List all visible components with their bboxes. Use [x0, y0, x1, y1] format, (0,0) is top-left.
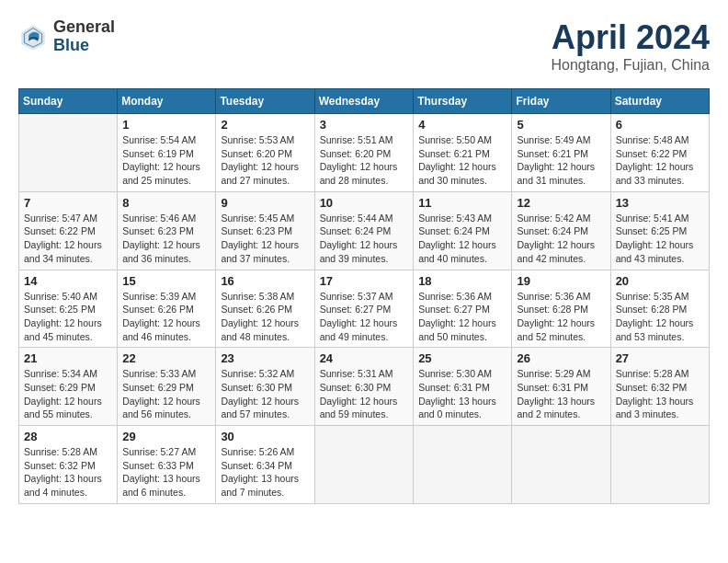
day-info: Sunrise: 5:33 AMSunset: 6:29 PMDaylight:…	[122, 367, 210, 421]
calendar-cell: 9Sunrise: 5:45 AMSunset: 6:23 PMDaylight…	[216, 191, 314, 270]
calendar-cell: 17Sunrise: 5:37 AMSunset: 6:27 PMDayligh…	[314, 270, 414, 348]
calendar-cell: 21Sunrise: 5:34 AMSunset: 6:29 PMDayligh…	[19, 348, 118, 426]
column-header-monday: Monday	[118, 89, 216, 114]
day-number: 17	[320, 274, 409, 288]
column-header-saturday: Saturday	[610, 89, 709, 114]
day-number: 23	[221, 351, 309, 365]
day-info: Sunrise: 5:28 AMSunset: 6:32 PMDaylight:…	[24, 445, 112, 500]
calendar-cell: 8Sunrise: 5:46 AMSunset: 6:23 PMDaylight…	[118, 191, 216, 270]
day-number: 30	[221, 430, 309, 443]
day-number: 5	[517, 118, 605, 132]
logo-icon	[18, 22, 48, 52]
day-info: Sunrise: 5:36 AMSunset: 6:27 PMDaylight:…	[418, 290, 506, 344]
calendar-cell: 19Sunrise: 5:36 AMSunset: 6:28 PMDayligh…	[512, 270, 610, 348]
logo-text: General Blue	[53, 18, 115, 55]
day-info: Sunrise: 5:26 AMSunset: 6:34 PMDaylight:…	[221, 445, 309, 500]
day-number: 14	[24, 274, 112, 288]
week-row-4: 21Sunrise: 5:34 AMSunset: 6:29 PMDayligh…	[19, 348, 710, 426]
calendar-body: 1Sunrise: 5:54 AMSunset: 6:19 PMDaylight…	[19, 114, 710, 504]
month-title: April 2024	[551, 18, 710, 57]
day-number: 12	[517, 196, 605, 210]
calendar-cell	[512, 426, 610, 504]
day-info: Sunrise: 5:45 AMSunset: 6:23 PMDaylight:…	[221, 212, 309, 266]
day-info: Sunrise: 5:31 AMSunset: 6:30 PMDaylight:…	[320, 367, 409, 421]
calendar-cell: 14Sunrise: 5:40 AMSunset: 6:25 PMDayligh…	[19, 270, 118, 348]
day-number: 8	[122, 196, 210, 210]
day-number: 16	[221, 274, 309, 288]
calendar-cell: 30Sunrise: 5:26 AMSunset: 6:34 PMDayligh…	[216, 426, 314, 504]
day-number: 3	[320, 118, 409, 132]
column-header-friday: Friday	[512, 89, 610, 114]
calendar-cell: 29Sunrise: 5:27 AMSunset: 6:33 PMDayligh…	[118, 426, 216, 504]
calendar-cell: 10Sunrise: 5:44 AMSunset: 6:24 PMDayligh…	[314, 191, 414, 270]
day-number: 15	[122, 274, 210, 288]
calendar-cell: 13Sunrise: 5:41 AMSunset: 6:25 PMDayligh…	[610, 191, 709, 270]
page-header: General Blue April 2024 Hongtang, Fujian…	[18, 18, 710, 74]
calendar-cell: 25Sunrise: 5:30 AMSunset: 6:31 PMDayligh…	[414, 348, 512, 426]
calendar-cell: 12Sunrise: 5:42 AMSunset: 6:24 PMDayligh…	[512, 191, 610, 270]
title-block: April 2024 Hongtang, Fujian, China	[551, 18, 710, 74]
day-number: 22	[122, 351, 210, 365]
calendar-cell: 3Sunrise: 5:51 AMSunset: 6:20 PMDaylight…	[314, 114, 414, 192]
day-info: Sunrise: 5:46 AMSunset: 6:23 PMDaylight:…	[122, 212, 210, 266]
calendar-table: SundayMondayTuesdayWednesdayThursdayFrid…	[18, 88, 710, 504]
day-number: 27	[616, 351, 704, 365]
week-row-5: 28Sunrise: 5:28 AMSunset: 6:32 PMDayligh…	[19, 426, 710, 504]
day-number: 28	[24, 430, 112, 443]
day-info: Sunrise: 5:54 AMSunset: 6:19 PMDaylight:…	[122, 133, 210, 188]
calendar-cell: 4Sunrise: 5:50 AMSunset: 6:21 PMDaylight…	[414, 114, 512, 192]
day-number: 9	[221, 196, 309, 210]
calendar-cell: 16Sunrise: 5:38 AMSunset: 6:26 PMDayligh…	[216, 270, 314, 348]
calendar-cell: 11Sunrise: 5:43 AMSunset: 6:24 PMDayligh…	[414, 191, 512, 270]
day-number: 4	[418, 118, 506, 132]
day-info: Sunrise: 5:41 AMSunset: 6:25 PMDaylight:…	[616, 212, 704, 266]
day-number: 7	[24, 196, 112, 210]
day-info: Sunrise: 5:49 AMSunset: 6:21 PMDaylight:…	[517, 133, 605, 188]
day-number: 13	[616, 196, 704, 210]
day-info: Sunrise: 5:42 AMSunset: 6:24 PMDaylight:…	[517, 212, 605, 266]
column-header-sunday: Sunday	[19, 89, 118, 114]
week-row-1: 1Sunrise: 5:54 AMSunset: 6:19 PMDaylight…	[19, 114, 710, 192]
day-info: Sunrise: 5:53 AMSunset: 6:20 PMDaylight:…	[221, 133, 309, 188]
calendar-cell: 7Sunrise: 5:47 AMSunset: 6:22 PMDaylight…	[19, 191, 118, 270]
day-info: Sunrise: 5:29 AMSunset: 6:31 PMDaylight:…	[517, 367, 605, 421]
calendar-cell: 26Sunrise: 5:29 AMSunset: 6:31 PMDayligh…	[512, 348, 610, 426]
day-number: 26	[517, 351, 605, 365]
calendar-cell	[610, 426, 709, 504]
day-info: Sunrise: 5:28 AMSunset: 6:32 PMDaylight:…	[616, 367, 704, 421]
day-number: 20	[616, 274, 704, 288]
calendar-cell: 18Sunrise: 5:36 AMSunset: 6:27 PMDayligh…	[414, 270, 512, 348]
day-info: Sunrise: 5:36 AMSunset: 6:28 PMDaylight:…	[517, 290, 605, 344]
day-info: Sunrise: 5:38 AMSunset: 6:26 PMDaylight:…	[221, 290, 309, 344]
day-info: Sunrise: 5:47 AMSunset: 6:22 PMDaylight:…	[24, 212, 112, 266]
day-info: Sunrise: 5:50 AMSunset: 6:21 PMDaylight:…	[418, 133, 506, 188]
day-number: 18	[418, 274, 506, 288]
day-number: 10	[320, 196, 409, 210]
day-number: 29	[122, 430, 210, 443]
header-row: SundayMondayTuesdayWednesdayThursdayFrid…	[19, 89, 710, 114]
calendar-cell	[19, 114, 118, 192]
day-number: 24	[320, 351, 409, 365]
week-row-3: 14Sunrise: 5:40 AMSunset: 6:25 PMDayligh…	[19, 270, 710, 348]
column-header-wednesday: Wednesday	[314, 89, 414, 114]
calendar-cell: 27Sunrise: 5:28 AMSunset: 6:32 PMDayligh…	[610, 348, 709, 426]
calendar-cell: 15Sunrise: 5:39 AMSunset: 6:26 PMDayligh…	[118, 270, 216, 348]
calendar-cell	[314, 426, 414, 504]
calendar-cell	[414, 426, 512, 504]
location-title: Hongtang, Fujian, China	[551, 57, 710, 74]
day-number: 11	[418, 196, 506, 210]
calendar-cell: 2Sunrise: 5:53 AMSunset: 6:20 PMDaylight…	[216, 114, 314, 192]
column-header-tuesday: Tuesday	[216, 89, 314, 114]
calendar-cell: 20Sunrise: 5:35 AMSunset: 6:28 PMDayligh…	[610, 270, 709, 348]
day-info: Sunrise: 5:51 AMSunset: 6:20 PMDaylight:…	[320, 133, 409, 188]
calendar-cell: 28Sunrise: 5:28 AMSunset: 6:32 PMDayligh…	[19, 426, 118, 504]
calendar-cell: 5Sunrise: 5:49 AMSunset: 6:21 PMDaylight…	[512, 114, 610, 192]
calendar-cell: 23Sunrise: 5:32 AMSunset: 6:30 PMDayligh…	[216, 348, 314, 426]
day-info: Sunrise: 5:30 AMSunset: 6:31 PMDaylight:…	[418, 367, 506, 421]
column-header-thursday: Thursday	[414, 89, 512, 114]
day-info: Sunrise: 5:32 AMSunset: 6:30 PMDaylight:…	[221, 367, 309, 421]
day-info: Sunrise: 5:35 AMSunset: 6:28 PMDaylight:…	[616, 290, 704, 344]
logo-general-text: General	[53, 18, 115, 37]
day-info: Sunrise: 5:37 AMSunset: 6:27 PMDaylight:…	[320, 290, 409, 344]
calendar-cell: 1Sunrise: 5:54 AMSunset: 6:19 PMDaylight…	[118, 114, 216, 192]
